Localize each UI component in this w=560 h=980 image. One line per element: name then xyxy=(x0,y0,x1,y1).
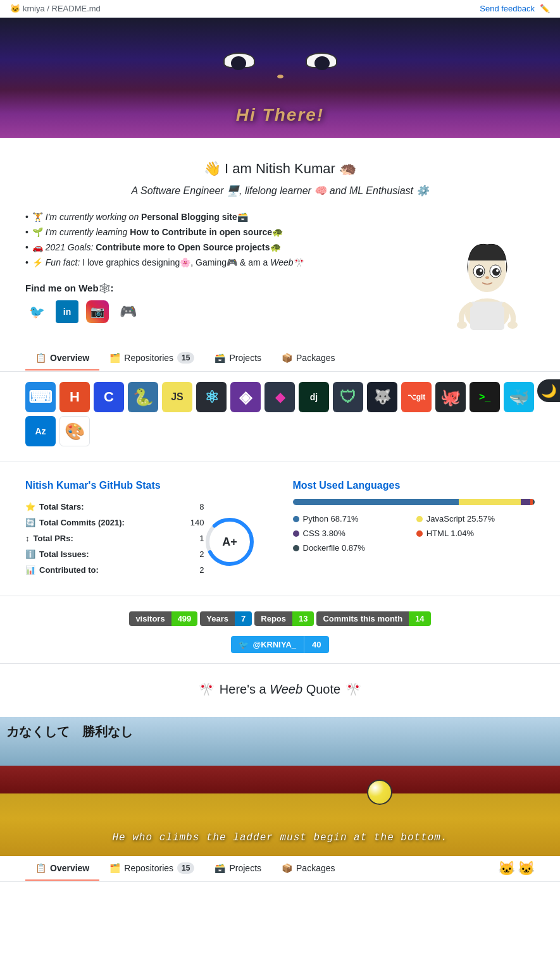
javascript-dot xyxy=(416,516,423,522)
bullet-list: 🏋️ I'm currently working on Personal Blo… xyxy=(25,209,421,270)
javascript-bar xyxy=(459,499,521,505)
badge-row: visitors 499 Years 7 Repos 13 Commits th… xyxy=(25,601,535,631)
django-icon[interactable]: dj xyxy=(299,382,329,412)
shield-icon[interactable]: 🛡 xyxy=(333,382,363,412)
anime-character xyxy=(433,209,535,333)
tab-repositories-2[interactable]: 🗂️ Repositories 15 xyxy=(99,856,204,881)
discord-link[interactable]: 🎮 xyxy=(116,300,139,323)
svg-point-10 xyxy=(457,321,467,329)
breadcrumb-text: krniya / README.md xyxy=(23,4,101,13)
hero-banner: Hi There! xyxy=(0,18,560,138)
stat-total-commits: 🔄 Total Commits (2021): 140 xyxy=(25,515,204,530)
azure-icon[interactable]: Az xyxy=(25,416,56,446)
issues-value: 2 xyxy=(199,549,204,559)
css3-icon[interactable]: C xyxy=(94,382,124,412)
dark-mode-button[interactable]: 🌙 xyxy=(537,379,560,402)
years-badge: Years 7 xyxy=(200,611,252,626)
bullet-4: ⚡ Fun fact: I love graphics designing🌸, … xyxy=(25,255,421,270)
commits-value: 140 xyxy=(190,518,204,527)
cat-icon-1: 🐱 xyxy=(498,861,515,877)
tab-repositories[interactable]: 🗂️ Repositories 15 xyxy=(99,346,204,371)
japanese-text: カなくして 勝利なし xyxy=(6,723,133,740)
overview-icon-2: 📋 xyxy=(35,863,46,873)
stats-section: Nitish Kumar's GitHub Stats ⭐ Total Star… xyxy=(25,467,535,591)
twitter-link[interactable]: 🐦 xyxy=(25,300,48,323)
react-icon[interactable]: ⚛ xyxy=(196,382,227,412)
nav-tabs-2: 📋 Overview 🗂️ Repositories 15 🗃️ Project… xyxy=(0,856,560,882)
repos-badge-3: 15 xyxy=(177,862,194,874)
commits-badge: Commits this month 14 xyxy=(316,611,430,626)
gatsby-icon[interactable]: ◈ xyxy=(230,382,261,412)
svg-rect-9 xyxy=(470,302,504,330)
docker-icon[interactable]: 🐳 xyxy=(504,382,534,412)
visitors-badge: visitors 499 xyxy=(129,611,197,626)
css-dot xyxy=(293,530,299,537)
python-bar xyxy=(293,499,459,505)
cat-icon: 🐱 xyxy=(10,4,20,13)
twitter-badge[interactable]: 🐦 @KRNIYA_ 40 xyxy=(231,636,328,653)
divider-3 xyxy=(0,663,560,664)
find-me-section: Find me on Web🕸️: 🐦 in 📷 🎮 xyxy=(25,283,421,323)
anime-quote-image: カなくして 勝利なし He who climbs the ladder must… xyxy=(0,717,560,856)
tab-packages-2[interactable]: 📦 Packages xyxy=(271,857,345,881)
javascript-legend: JavaScript 25.57% xyxy=(416,514,535,524)
svg-point-11 xyxy=(507,321,518,329)
figma-icon[interactable]: 🎨 xyxy=(59,416,90,446)
css-bar xyxy=(521,499,530,505)
html-dot xyxy=(416,530,423,537)
hero-text: Hi There! xyxy=(236,105,324,125)
greeting-text: 👋 I am Nitish Kumar 🦔 xyxy=(204,161,356,177)
python-icon[interactable]: 🐍 xyxy=(128,382,158,412)
divider-2 xyxy=(0,596,560,596)
dockerfile-legend: Dockerfile 0.87% xyxy=(293,543,411,553)
star-icon: ⭐ xyxy=(25,502,35,511)
terminal-icon[interactable]: >_ xyxy=(470,382,500,412)
nav-tabs: 📋 Overview 🗂️ Repositories 15 🗃️ Project… xyxy=(0,346,560,372)
contributed-value: 2 xyxy=(199,565,204,575)
wildbeast-icon[interactable]: 🐺 xyxy=(367,382,397,412)
stats-left-inner: ⭐ Total Stars: 8 🔄 Total Commits (2021):… xyxy=(25,499,268,578)
svg-point-6 xyxy=(480,269,482,272)
html5-icon[interactable]: H xyxy=(59,382,90,412)
bullet-2: 🌱 I'm currently learning How to Contribu… xyxy=(25,224,421,240)
tab-packages[interactable]: 📦 Packages xyxy=(271,346,345,371)
github-icon[interactable]: 🐙 xyxy=(435,382,466,412)
tab-projects[interactable]: 🗃️ Projects xyxy=(204,346,271,371)
dockerfile-bar xyxy=(533,499,535,505)
tab-projects-2[interactable]: 🗃️ Projects xyxy=(204,857,271,881)
stars-value: 8 xyxy=(199,502,204,511)
stat-contributed-to: 📊 Contributed to: 2 xyxy=(25,562,204,578)
send-feedback-link[interactable]: Send feedback xyxy=(480,4,535,13)
git-icon[interactable]: ⌥git xyxy=(401,382,432,412)
weeb-icon-right: 🎌 xyxy=(345,682,361,697)
cat-icon-2: 🐱 xyxy=(518,861,535,877)
graphql-icon[interactable]: ◆ xyxy=(264,382,295,412)
languages-card: Most Used Languages Python 68.71% JavaSc… xyxy=(293,480,535,553)
javascript-icon[interactable]: JS xyxy=(162,382,192,412)
grade-svg: A+ xyxy=(204,517,255,567)
stat-total-issues: ℹ️ Total Issues: 2 xyxy=(25,546,204,562)
overview-icon: 📋 xyxy=(35,353,46,363)
issues-icon: ℹ️ xyxy=(25,549,35,559)
python-dot xyxy=(293,516,299,522)
greeting-line: 👋 I am Nitish Kumar 🦔 xyxy=(25,161,535,177)
linkedin-link[interactable]: in xyxy=(56,300,78,323)
stat-total-stars: ⭐ Total Stars: 8 xyxy=(25,499,204,515)
tab-overview[interactable]: 📋 Overview xyxy=(25,346,99,371)
divider xyxy=(0,462,560,462)
projects-icon: 🗃️ xyxy=(215,353,225,363)
prs-icon: ↕️ xyxy=(25,534,30,543)
instagram-link[interactable]: 📷 xyxy=(86,300,109,323)
edit-icon[interactable]: ✏️ xyxy=(540,4,550,13)
vscode-icon[interactable]: ⌨ xyxy=(25,382,56,412)
moon-icon: 🌙 xyxy=(541,383,557,398)
prs-value: 1 xyxy=(199,534,204,543)
github-stats-title: Nitish Kumar's GitHub Stats xyxy=(25,480,268,491)
stat-rows: ⭐ Total Stars: 8 🔄 Total Commits (2021):… xyxy=(25,499,204,578)
subtitle-line: A Software Engineer 🖥️, lifelong learner… xyxy=(25,185,535,197)
social-icons-row: 🐦 in 📷 🎮 xyxy=(25,300,421,323)
grade-circle: A+ xyxy=(204,517,255,567)
svg-point-7 xyxy=(496,269,499,272)
projects-icon-2: 🗃️ xyxy=(215,863,225,873)
tab-overview-2[interactable]: 📋 Overview xyxy=(25,857,99,881)
